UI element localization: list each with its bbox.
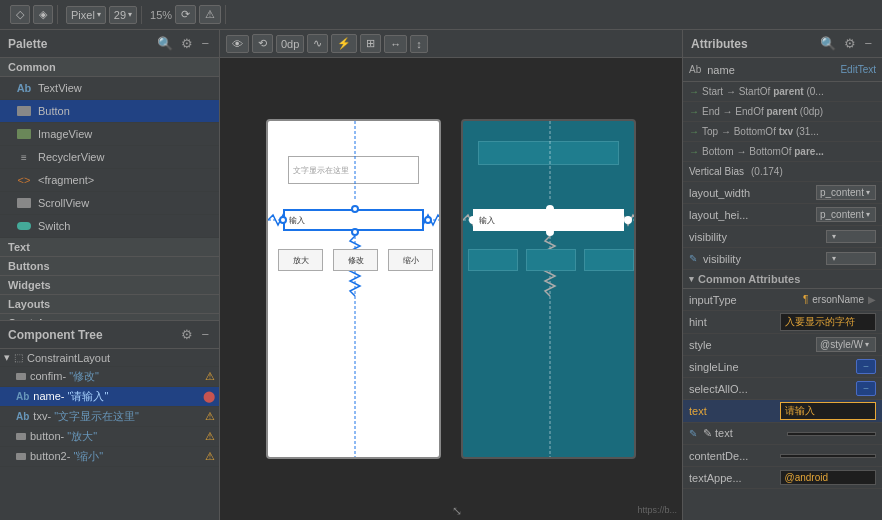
constraint-label: End → EndOf parent (0dp) bbox=[702, 106, 823, 117]
rect-icon bbox=[16, 103, 32, 119]
dark-handle-left bbox=[469, 216, 477, 224]
api-label: 29 bbox=[114, 9, 126, 21]
singleline-btn[interactable]: − bbox=[856, 359, 876, 374]
tree-gear-icon[interactable]: ⚙ bbox=[179, 325, 195, 344]
attr-text: text 请输入 bbox=[683, 400, 882, 423]
palette-item-scrollview[interactable]: ScrollView bbox=[0, 192, 219, 215]
tree-item-name[interactable]: Ab name- "请输入" ⬤ bbox=[0, 387, 219, 407]
singleline-label: singleLine bbox=[689, 361, 852, 373]
scroll-icon bbox=[16, 195, 32, 211]
text-label-2: ✎ text bbox=[703, 427, 783, 440]
tree-item-confim[interactable]: confim- "修改" ⚠ bbox=[0, 367, 219, 387]
constraint-icon: ⬚ bbox=[14, 352, 23, 363]
grid-btn[interactable]: ⊞ bbox=[360, 34, 381, 53]
tree-item-label: button- "放大" bbox=[30, 429, 97, 444]
tree-item-button[interactable]: button- "放大" ⚠ bbox=[0, 427, 219, 447]
phone-btn-modify[interactable]: 修改 bbox=[333, 249, 378, 271]
contentdesc-input[interactable] bbox=[780, 454, 877, 458]
edit-text-link[interactable]: EditText bbox=[840, 64, 876, 75]
expand-icon: ▶ bbox=[868, 294, 876, 305]
ab-icon: Ab bbox=[16, 411, 29, 422]
palette-item-textview[interactable]: Ab TextView bbox=[0, 77, 219, 100]
palette-category-text[interactable]: Text bbox=[0, 238, 219, 257]
device-label: Pixel bbox=[71, 9, 95, 21]
dark-input-text: 输入 bbox=[479, 215, 495, 226]
warning-icon: ⚠ bbox=[205, 370, 215, 383]
category-label: Widgets bbox=[8, 279, 51, 291]
style-dropdown[interactable]: @style/W ▾ bbox=[816, 337, 876, 352]
tree-item-txv[interactable]: Ab txv- "文字显示在这里" ⚠ bbox=[0, 407, 219, 427]
rotate-btn[interactable]: ⟲ bbox=[252, 34, 273, 53]
chevron-down-icon: ▾ bbox=[128, 10, 132, 19]
tree-item-constraint[interactable]: ▾ ⬚ ConstraintLayout bbox=[0, 349, 219, 367]
tree-expand-icon: ▾ bbox=[4, 351, 10, 364]
device-dropdown[interactable]: Pixel ▾ bbox=[66, 6, 106, 24]
resize-handle[interactable]: ⤡ bbox=[452, 504, 462, 518]
tree-minimize-icon[interactable]: − bbox=[199, 325, 211, 344]
attr-text-appearance: textAppe... @android bbox=[683, 467, 882, 489]
text-input-2[interactable] bbox=[787, 432, 877, 436]
hint-input[interactable]: 入要显示的字符 bbox=[780, 313, 877, 331]
constraint-top: → Top → BottomOf txv (31... bbox=[683, 122, 882, 142]
dark-handle-top bbox=[546, 205, 554, 213]
attr-text-pencil: ✎ ✎ text bbox=[683, 423, 882, 445]
attr-search-icon[interactable]: 🔍 bbox=[818, 34, 838, 53]
visibility-dropdown-2[interactable]: ▾ bbox=[826, 252, 876, 265]
gear-icon[interactable]: ⚙ bbox=[179, 34, 195, 53]
text-input[interactable]: 请输入 bbox=[780, 402, 877, 420]
constraint-vertical-bias: Vertical Bias (0.174) bbox=[683, 162, 882, 182]
attr-select-all: selectAllO... − bbox=[683, 378, 882, 400]
search-icon[interactable]: 🔍 bbox=[155, 34, 175, 53]
textview-text: 文字显示在这里 bbox=[293, 165, 349, 176]
attr-gear-icon[interactable]: ⚙ bbox=[842, 34, 858, 53]
tree-item-button2[interactable]: button2- "缩小" ⚠ bbox=[0, 447, 219, 467]
attributes-title: Attributes bbox=[691, 37, 814, 51]
tree-item-label: name- "请输入" bbox=[33, 389, 108, 404]
attr-hint: hint 入要显示的字符 bbox=[683, 311, 882, 334]
selectall-label: selectAllO... bbox=[689, 383, 852, 395]
phone-btn-shrink[interactable]: 缩小 bbox=[388, 249, 433, 271]
palette-item-switch[interactable]: Switch bbox=[0, 215, 219, 238]
visibility-label: visibility bbox=[689, 231, 822, 243]
pencil-icon: ✎ bbox=[689, 253, 697, 264]
wave-btn[interactable]: ∿ bbox=[307, 34, 328, 53]
palette-category-layouts[interactable]: Layouts bbox=[0, 295, 219, 314]
flash-btn[interactable]: ⚡ bbox=[331, 34, 357, 53]
dp-input[interactable]: 0dp bbox=[276, 35, 304, 53]
textappe-input[interactable]: @android bbox=[780, 470, 877, 485]
rect-icon bbox=[16, 433, 26, 440]
constraint-bold: parent bbox=[773, 86, 804, 97]
palette-item-imageview[interactable]: ImageView bbox=[0, 123, 219, 146]
layout-width-dropdown[interactable]: p_content ▾ bbox=[816, 185, 876, 200]
palette-category-widgets[interactable]: Widgets bbox=[0, 276, 219, 295]
arrow-icon: → bbox=[689, 126, 699, 137]
layout-width-value: p_content bbox=[820, 187, 864, 198]
category-label: Layouts bbox=[8, 298, 50, 310]
handle-left bbox=[279, 216, 287, 224]
phone-btn-enlarge[interactable]: 放大 bbox=[278, 249, 323, 271]
visibility-dropdown-1[interactable]: ▾ bbox=[826, 230, 876, 243]
align-btn[interactable]: ↕ bbox=[410, 35, 428, 53]
chevron-down-icon: ▾ bbox=[832, 254, 836, 263]
api-dropdown[interactable]: 29 ▾ bbox=[109, 6, 137, 24]
palette-item-recyclerview[interactable]: ≡ RecyclerView bbox=[0, 146, 219, 169]
palette-category-buttons[interactable]: Buttons bbox=[0, 257, 219, 276]
palette-category-common[interactable]: Common bbox=[0, 58, 219, 77]
arrow-btn[interactable]: ↔ bbox=[384, 35, 407, 53]
device-group: Pixel ▾ 29 ▾ bbox=[62, 6, 142, 24]
refresh-btn[interactable]: ⟳ bbox=[175, 5, 196, 24]
handle-right bbox=[424, 216, 432, 224]
eye-btn[interactable]: 👁 bbox=[226, 35, 249, 53]
blueprint-mode-btn[interactable]: ◈ bbox=[33, 5, 53, 24]
palette-item-button[interactable]: Button bbox=[0, 100, 219, 123]
minimize-icon[interactable]: − bbox=[199, 34, 211, 53]
tree-item-label: button2- "缩小" bbox=[30, 449, 103, 464]
layout-height-dropdown[interactable]: p_content ▾ bbox=[816, 207, 876, 222]
attr-minimize-icon[interactable]: − bbox=[862, 34, 874, 53]
attr-name-label: name bbox=[707, 64, 836, 76]
selectall-btn[interactable]: − bbox=[856, 381, 876, 396]
warning-btn[interactable]: ⚠ bbox=[199, 5, 221, 24]
palette-item-fragment[interactable]: <> <fragment> bbox=[0, 169, 219, 192]
phone-light: 文字显示在这里 bbox=[266, 119, 441, 459]
design-mode-btn[interactable]: ◇ bbox=[10, 5, 30, 24]
